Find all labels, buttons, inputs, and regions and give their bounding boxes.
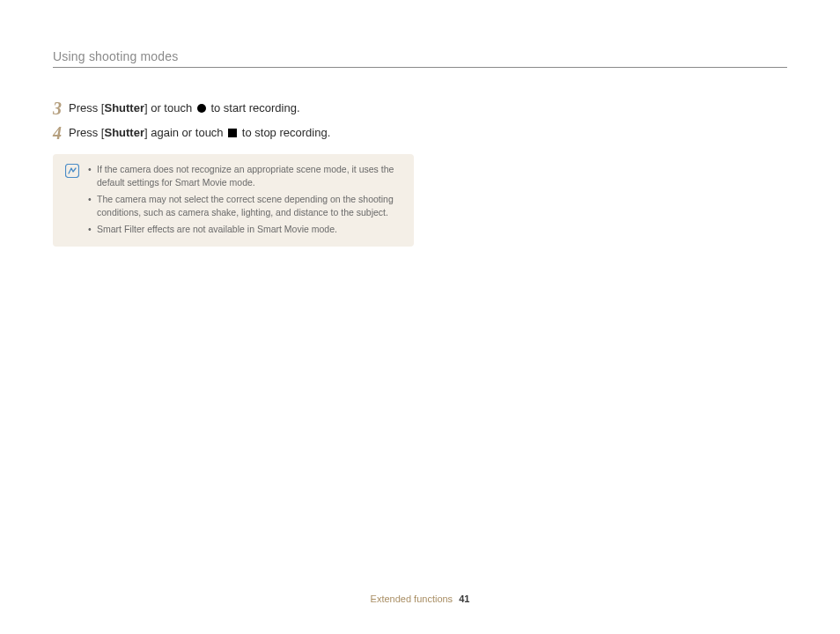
note-icon — [65, 164, 79, 178]
step-4: 4 Press [Shutter] again or touch to stop… — [53, 124, 423, 142]
step-text: Press [Shutter] again or touch to stop r… — [69, 124, 330, 142]
stop-square-icon — [228, 129, 237, 137]
footer-section: Extended functions — [371, 593, 453, 604]
note-item: Smart Filter effects are not available i… — [88, 223, 402, 236]
note-box: If the camera does not recognize an appr… — [53, 154, 414, 247]
page-number: 41 — [459, 593, 469, 604]
text-fragment: Press [ — [69, 101, 104, 114]
step-3: 3 Press [Shutter] or touch to start reco… — [53, 100, 423, 117]
text-fragment: Press [ — [69, 126, 104, 139]
section-header: Using shooting modes — [53, 49, 787, 68]
page-footer: Extended functions 41 — [0, 593, 840, 604]
note-list: If the camera does not recognize an appr… — [88, 163, 402, 236]
content-column: 3 Press [Shutter] or touch to start reco… — [53, 100, 423, 247]
shutter-key: Shutter — [104, 126, 144, 139]
text-fragment: ] again or touch — [144, 126, 226, 139]
note-item: If the camera does not recognize an appr… — [88, 163, 402, 189]
record-circle-icon — [197, 104, 206, 113]
note-item: The camera may not select the correct sc… — [88, 193, 402, 219]
text-fragment: to stop recording. — [239, 126, 330, 139]
step-number: 3 — [53, 100, 69, 117]
manual-page: Using shooting modes 3 Press [Shutter] o… — [0, 0, 840, 634]
step-number: 4 — [53, 124, 69, 142]
text-fragment: to start recording. — [208, 101, 300, 114]
step-text: Press [Shutter] or touch to start record… — [69, 100, 300, 117]
shutter-key: Shutter — [104, 101, 144, 114]
text-fragment: ] or touch — [144, 101, 195, 114]
